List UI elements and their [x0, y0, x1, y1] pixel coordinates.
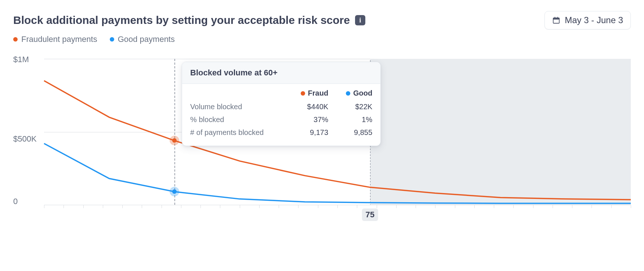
svg-rect-3 [557, 17, 558, 19]
threshold-handle[interactable]: 75 [362, 208, 378, 221]
hover-point-fraud [170, 136, 179, 145]
legend-item-fraud: Fraudulent payments [13, 35, 97, 44]
y-tick-mid: $500K [13, 134, 37, 144]
hover-point-good [170, 187, 179, 196]
tooltip-row-percent: % blocked 37% 1% [190, 113, 372, 126]
info-icon[interactable]: i [355, 15, 365, 25]
chart-legend: Fraudulent payments Good payments [13, 35, 631, 44]
tooltip-row-count: # of payments blocked 9,173 9,855 [190, 126, 372, 139]
legend-label-fraud: Fraudulent payments [21, 35, 97, 44]
legend-dot-orange [13, 37, 18, 42]
tooltip-col-good: Good [343, 89, 372, 97]
legend-item-good: Good payments [110, 35, 175, 44]
y-tick-top: $1M [13, 55, 29, 64]
x-axis-ticks [44, 202, 631, 205]
date-range-picker[interactable]: May 3 - June 3 [544, 11, 631, 29]
svg-rect-2 [555, 17, 556, 19]
tooltip-row-volume: Volume blocked $440K $22K [190, 100, 372, 113]
legend-label-good: Good payments [118, 35, 175, 44]
risk-score-chart[interactable]: $1M $500K 0 75 Blocked volume at 60+ [13, 54, 631, 227]
calendar-icon [552, 16, 560, 24]
page-title: Block additional payments by setting you… [13, 14, 350, 26]
chart-tooltip: Blocked volume at 60+ Fraud Good Volume … [182, 62, 381, 146]
tooltip-title: Blocked volume at 60+ [182, 62, 380, 84]
tooltip-col-fraud: Fraud [299, 89, 328, 97]
svg-rect-1 [553, 18, 560, 20]
date-range-label: May 3 - June 3 [565, 15, 623, 25]
legend-dot-blue [110, 37, 114, 42]
y-tick-bottom: 0 [13, 197, 18, 206]
series-line-good [44, 143, 631, 203]
